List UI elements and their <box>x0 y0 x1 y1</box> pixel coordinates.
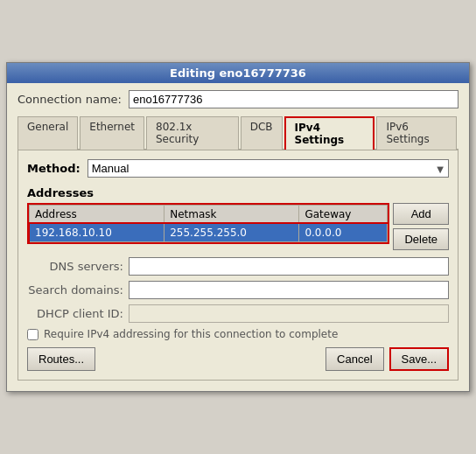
dialog-body: Connection name: GeneralEthernet802.1x S… <box>7 83 469 391</box>
addr-table: Address Netmask Gateway 192.168.10.10255… <box>29 205 388 242</box>
cell-gateway: 0.0.0.0 <box>299 224 388 242</box>
dhcp-client-id-input <box>129 304 449 323</box>
tab-general[interactable]: General <box>18 116 78 150</box>
search-domains-input[interactable] <box>129 281 449 299</box>
search-domains-label: Search domains: <box>27 283 123 297</box>
col-gateway: Gateway <box>299 206 388 224</box>
bottom-buttons: Routes... Cancel Save... <box>27 347 449 371</box>
dialog: Editing eno16777736 Connection name: Gen… <box>6 62 470 392</box>
addresses-section: Address Netmask Gateway 192.168.10.10255… <box>27 203 449 250</box>
ipv4-required-checkbox[interactable] <box>27 329 38 340</box>
save-button[interactable]: Save... <box>389 347 449 371</box>
tabs: GeneralEthernet802.1x SecurityDCBIPv4 Se… <box>18 115 458 150</box>
routes-button[interactable]: Routes... <box>27 347 95 371</box>
table-header-row: Address Netmask Gateway <box>30 206 388 224</box>
tab-8021x[interactable]: 802.1x Security <box>146 116 239 150</box>
addr-table-container: Address Netmask Gateway 192.168.10.10255… <box>27 203 389 244</box>
title-text: Editing eno16777736 <box>170 66 306 80</box>
connection-name-input[interactable] <box>129 90 458 108</box>
tab-ipv4[interactable]: IPv4 Settings <box>284 116 375 150</box>
method-row: Method: ManualAutomatic (DHCP)Link-Local… <box>27 159 449 178</box>
tab-ethernet[interactable]: Ethernet <box>80 116 144 150</box>
dns-servers-input[interactable] <box>129 257 449 276</box>
connection-name-row: Connection name: <box>18 90 458 108</box>
addresses-table-wrapper: Address Netmask Gateway 192.168.10.10255… <box>27 203 389 250</box>
dhcp-client-id-label: DHCP client ID: <box>27 307 123 320</box>
tab-ipv6[interactable]: IPv6 Settings <box>376 116 457 150</box>
addr-buttons: Add Delete <box>393 203 449 250</box>
fields-section: DNS servers: Search domains: DHCP client… <box>27 257 449 323</box>
cancel-button[interactable]: Cancel <box>326 347 383 371</box>
checkbox-row: Require IPv4 addressing for this connect… <box>27 328 449 340</box>
cell-netmask: 255.255.255.0 <box>164 224 299 242</box>
dhcp-client-id-row: DHCP client ID: <box>27 304 449 323</box>
tab-dcb[interactable]: DCB <box>241 116 283 150</box>
right-buttons: Cancel Save... <box>326 347 449 371</box>
delete-button[interactable]: Delete <box>393 228 449 250</box>
addr-tbody: 192.168.10.10255.255.255.00.0.0.0 <box>30 224 388 242</box>
add-button[interactable]: Add <box>393 203 449 225</box>
ipv4-required-label: Require IPv4 addressing for this connect… <box>44 328 338 340</box>
dns-servers-label: DNS servers: <box>27 260 123 273</box>
dns-servers-row: DNS servers: <box>27 257 449 276</box>
method-select-wrapper: ManualAutomatic (DHCP)Link-Local OnlySha… <box>88 159 449 178</box>
table-row[interactable]: 192.168.10.10255.255.255.00.0.0.0 <box>30 224 388 242</box>
search-domains-row: Search domains: <box>27 281 449 299</box>
title-bar: Editing eno16777736 <box>7 63 469 83</box>
connection-name-label: Connection name: <box>18 93 122 106</box>
col-address: Address <box>30 206 164 224</box>
cell-address: 192.168.10.10 <box>30 224 164 242</box>
tab-content: Method: ManualAutomatic (DHCP)Link-Local… <box>18 150 458 381</box>
col-netmask: Netmask <box>164 206 299 224</box>
method-label: Method: <box>27 162 80 175</box>
method-select[interactable]: ManualAutomatic (DHCP)Link-Local OnlySha… <box>88 159 449 178</box>
addresses-label: Addresses <box>27 186 449 199</box>
